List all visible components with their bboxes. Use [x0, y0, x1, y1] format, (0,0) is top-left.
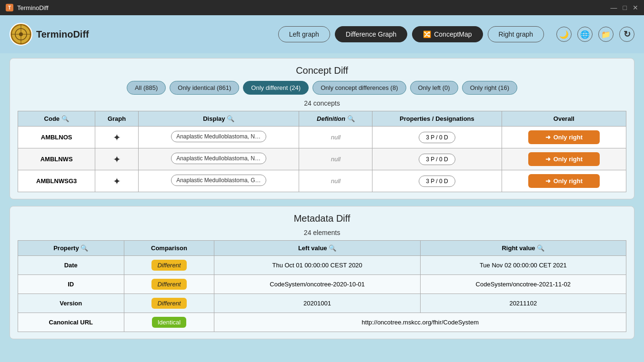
definition-value: null	[331, 156, 341, 163]
concept-diff-table: Code 🔍 Graph Display 🔍 Definition 🔍 Prop…	[18, 111, 626, 192]
folder-button[interactable]: 📁	[598, 27, 614, 42]
meta-col-property: Property 🔍	[18, 241, 124, 256]
concept-diff-filters: All (885) Only identical (861) Only diff…	[18, 81, 626, 95]
table-row: AMBLNWSG3 ✦ Anaplastic Medulloblastoma, …	[18, 170, 626, 192]
dark-mode-button[interactable]: 🌙	[556, 27, 572, 42]
app-icon: T	[6, 4, 13, 11]
properties-chip: 3 P / 0 D	[419, 132, 455, 143]
filter-only-left[interactable]: Only left (0)	[410, 81, 458, 95]
concept-map-icon: 🔀	[423, 30, 431, 38]
only-right-button[interactable]: ➜ Only right	[528, 152, 600, 166]
filter-only-concept-differences[interactable]: Only concept differences (8)	[312, 81, 406, 95]
language-button[interactable]: 🌐	[577, 27, 593, 42]
titlebar-controls[interactable]: — □ ✕	[611, 4, 638, 11]
left-graph-button[interactable]: Left graph	[278, 26, 330, 42]
meta-cell-right: CodeSystem/oncotree-2021-11-02	[420, 275, 626, 294]
meta-cell-comparison: Different	[124, 294, 214, 313]
metadata-count: 24 elements	[18, 229, 626, 236]
graph-node-icon: ✦	[113, 176, 121, 186]
meta-cell-right: 20211102	[420, 294, 626, 313]
cell-overall[interactable]: ➜ Only right	[502, 127, 626, 148]
cell-display: Anaplastic Medulloblastoma, Group	[138, 170, 299, 192]
display-chip: Anaplastic Medulloblastoma, Group	[171, 175, 266, 186]
minimize-button[interactable]: —	[611, 4, 617, 11]
app-name: TerminoDiff	[36, 29, 89, 40]
difference-graph-button[interactable]: Difference Graph	[335, 26, 407, 42]
definition-value: null	[331, 177, 341, 185]
display-chip: Anaplastic Medulloblastoma, Non-	[171, 153, 266, 164]
meta-table-row: Version Different 20201001 20211102	[18, 294, 626, 313]
properties-chip: 3 P / 0 D	[419, 176, 455, 187]
meta-col-comparison: Comparison	[124, 241, 214, 256]
col-overall: Overall	[502, 111, 626, 127]
filter-only-identical[interactable]: Only identical (861)	[170, 81, 239, 95]
metadata-diff-title: Metadata Diff	[18, 213, 626, 224]
nav-buttons: Left graph Difference Graph 🔀 ConceptMap…	[278, 26, 544, 42]
meta-cell-property: Version	[18, 294, 124, 313]
cell-properties: 3 P / 0 D	[372, 170, 502, 192]
table-row: AMBLNOS ✦ Anaplastic Medulloblastoma, NO…	[18, 127, 626, 148]
metadata-diff-section: Metadata Diff 24 elements Property 🔍 Com…	[10, 206, 634, 339]
close-button[interactable]: ✕	[633, 4, 638, 11]
comparison-badge: Different	[151, 298, 186, 309]
filter-only-different[interactable]: Only different (24)	[243, 81, 309, 95]
only-right-label: Only right	[553, 156, 583, 163]
nav-icons: 🌙 🌐 📁 ↻	[556, 27, 634, 42]
table-row: AMBLNWS ✦ Anaplastic Medulloblastoma, No…	[18, 148, 626, 170]
folder-icon: 📁	[601, 30, 611, 39]
moon-icon: 🌙	[559, 30, 569, 39]
filter-all[interactable]: All (885)	[127, 81, 166, 95]
meta-cell-comparison: Identical	[124, 313, 214, 332]
only-right-label: Only right	[553, 177, 583, 185]
cell-code: AMBLNWSG3	[18, 170, 95, 192]
cell-code: AMBLNWS	[18, 148, 95, 170]
right-graph-button[interactable]: Right graph	[488, 26, 544, 42]
meta-cell-property: ID	[18, 275, 124, 294]
only-right-button[interactable]: ➜ Only right	[528, 130, 600, 144]
meta-cell-combined-value: http://oncotree.mskcc.org/fhir/CodeSyste…	[214, 313, 626, 332]
col-properties: Properties / Designations	[372, 111, 502, 127]
meta-table-row: ID Different CodeSystem/oncotree-2020-10…	[18, 275, 626, 294]
display-search-icon[interactable]: 🔍	[227, 115, 234, 122]
display-chip: Anaplastic Medulloblastoma, NOS	[171, 131, 266, 142]
meta-cell-left: 20201001	[214, 294, 420, 313]
col-definition: Definition 🔍	[299, 111, 372, 127]
concept-map-button[interactable]: 🔀 ConceptMap	[412, 26, 483, 42]
filter-only-right[interactable]: Only right (16)	[462, 81, 517, 95]
meta-col-right-value: Right value 🔍	[420, 241, 626, 256]
col-graph: Graph	[95, 111, 139, 127]
cell-graph: ✦	[95, 127, 139, 148]
cell-overall[interactable]: ➜ Only right	[502, 170, 626, 192]
meta-table-row: Date Different Thu Oct 01 00:00:00 CEST …	[18, 256, 626, 275]
right-value-search-icon[interactable]: 🔍	[537, 245, 544, 252]
cell-definition: null	[299, 148, 372, 170]
meta-cell-comparison: Different	[124, 275, 214, 294]
maximize-button[interactable]: □	[623, 4, 627, 11]
definition-search-icon[interactable]: 🔍	[347, 115, 355, 122]
cell-graph: ✦	[95, 170, 139, 192]
definition-value: null	[331, 134, 341, 141]
col-code: Code 🔍	[18, 111, 95, 127]
titlebar-left: T TerminoDiff	[6, 4, 49, 11]
left-value-search-icon[interactable]: 🔍	[329, 245, 336, 252]
meta-cell-right: Tue Nov 02 00:00:00 CET 2021	[420, 256, 626, 275]
only-right-label: Only right	[553, 134, 583, 141]
concept-diff-title: Concept Diff	[18, 65, 626, 76]
meta-col-left-value: Left value 🔍	[214, 241, 420, 256]
logo-image	[10, 23, 32, 46]
refresh-button[interactable]: ↻	[619, 27, 634, 42]
only-right-button[interactable]: ➜ Only right	[528, 174, 600, 188]
titlebar-title: TerminoDiff	[17, 4, 49, 11]
code-search-icon[interactable]: 🔍	[61, 115, 69, 122]
properties-chip: 3 P / 0 D	[419, 154, 455, 165]
cell-overall[interactable]: ➜ Only right	[502, 148, 626, 170]
meta-cell-comparison: Different	[124, 256, 214, 275]
cell-definition: null	[299, 170, 372, 192]
cell-definition: null	[299, 127, 372, 148]
metadata-diff-table: Property 🔍 Comparison Left value 🔍 Right…	[18, 240, 626, 332]
arrow-right-icon: ➜	[545, 156, 551, 163]
concept-diff-section: Concept Diff All (885) Only identical (8…	[10, 58, 634, 199]
arrow-right-icon: ➜	[545, 134, 551, 141]
property-search-icon[interactable]: 🔍	[80, 245, 88, 252]
arrow-right-icon: ➜	[545, 177, 551, 185]
